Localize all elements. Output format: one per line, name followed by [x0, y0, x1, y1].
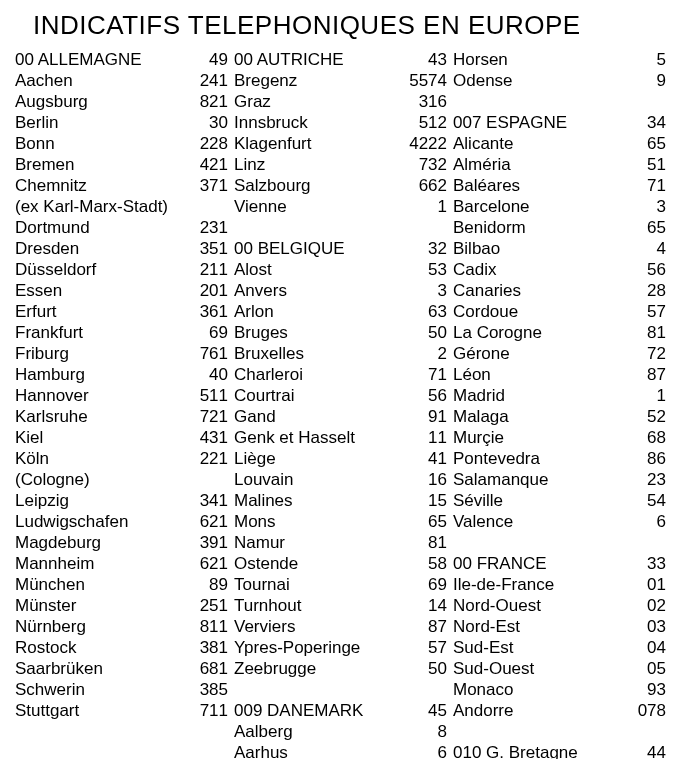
entry-code: 761	[188, 343, 228, 364]
entry-name: Genk et Hasselt	[234, 427, 359, 448]
entry-name: Magdeburg	[15, 532, 105, 553]
entry-code: 821	[188, 91, 228, 112]
entry-code: 81	[407, 532, 447, 553]
entry-code: 732	[407, 154, 447, 175]
entry-code: 4	[626, 238, 666, 259]
entry-row: Friburg761	[15, 343, 228, 364]
entry-row: Vienne1	[234, 196, 447, 217]
entry-name: 010 G. Bretagne	[453, 742, 582, 759]
entry-code: 341	[188, 490, 228, 511]
entry-row: Barcelone3	[453, 196, 666, 217]
entry-code: 33	[626, 553, 666, 574]
entry-code: 621	[188, 553, 228, 574]
entry-code: 69	[407, 574, 447, 595]
entry-row: Mons65	[234, 511, 447, 532]
entry-name: Kiel	[15, 427, 47, 448]
entry-code: 58	[407, 553, 447, 574]
entry-name: Arlon	[234, 301, 278, 322]
entry-name: Rostock	[15, 637, 80, 658]
entry-row: Léon87	[453, 364, 666, 385]
entry-code: 5	[626, 49, 666, 70]
entry-row: Hannover511	[15, 385, 228, 406]
entry-code: 50	[407, 322, 447, 343]
entry-name: 007 ESPAGNE	[453, 112, 571, 133]
entry-name: Malaga	[453, 406, 513, 427]
entry-row: Stuttgart711	[15, 700, 228, 721]
entry-name: Mannheim	[15, 553, 98, 574]
entry-name: Cordoue	[453, 301, 522, 322]
entry-name: 009 DANEMARK	[234, 700, 367, 721]
entry-code: 52	[626, 406, 666, 427]
entry-name: Leipzig	[15, 490, 73, 511]
page-title: INDICATIFS TELEPHONIQUES EN EUROPE	[33, 10, 666, 41]
entry-name: Berlin	[15, 112, 62, 133]
entry-row: 00 FRANCE33	[453, 553, 666, 574]
entry-name: Ile-de-France	[453, 574, 558, 595]
entry-row: Dresden351	[15, 238, 228, 259]
entry-code: 14	[407, 595, 447, 616]
entry-code: 56	[626, 259, 666, 280]
entry-row: Louvain16	[234, 469, 447, 490]
spacer	[234, 679, 447, 700]
entry-code	[188, 196, 228, 217]
entry-name: La Corogne	[453, 322, 546, 343]
entry-row: Nord-Ouest02	[453, 595, 666, 616]
entry-row: München89	[15, 574, 228, 595]
entry-name: Saarbrüken	[15, 658, 107, 679]
entry-code: 71	[407, 364, 447, 385]
entry-row: Essen201	[15, 280, 228, 301]
entry-name: Alost	[234, 259, 276, 280]
entry-code: 87	[407, 616, 447, 637]
entry-row: 00 ALLEMAGNE49	[15, 49, 228, 70]
entry-code: 361	[188, 301, 228, 322]
entry-row: Augsburg821	[15, 91, 228, 112]
entry-row: Chemnitz371	[15, 175, 228, 196]
entry-code: 65	[626, 133, 666, 154]
entry-row: Cordoue57	[453, 301, 666, 322]
entry-row: Alméria51	[453, 154, 666, 175]
entry-name: Stuttgart	[15, 700, 83, 721]
entry-name: Schwerin	[15, 679, 89, 700]
entry-name: Bonn	[15, 133, 59, 154]
entry-name: 00 AUTRICHE	[234, 49, 348, 70]
entry-code: 53	[407, 259, 447, 280]
entry-row: Münster251	[15, 595, 228, 616]
entry-row: Malaga52	[453, 406, 666, 427]
entry-code: 9	[626, 70, 666, 91]
entry-code: 201	[188, 280, 228, 301]
entry-row: Erfurt361	[15, 301, 228, 322]
entry-name: Augsburg	[15, 91, 92, 112]
entry-row: Odense9	[453, 70, 666, 91]
entry-code: 50	[407, 658, 447, 679]
entry-name: Linz	[234, 154, 269, 175]
entry-row: Sud-Est04	[453, 637, 666, 658]
entry-code: 65	[407, 511, 447, 532]
entry-row: Bruxelles2	[234, 343, 447, 364]
entry-row: Frankfurt69	[15, 322, 228, 343]
entry-row: Genk et Hasselt11	[234, 427, 447, 448]
entry-row: Namur81	[234, 532, 447, 553]
entry-code: 72	[626, 343, 666, 364]
entry-code: 03	[626, 616, 666, 637]
entry-row: Ludwigschafen621	[15, 511, 228, 532]
entry-name: Namur	[234, 532, 289, 553]
entry-name: Hamburg	[15, 364, 89, 385]
entry-name: Aarhus	[234, 742, 292, 759]
entry-code: 11	[407, 427, 447, 448]
entry-code: 1	[626, 385, 666, 406]
entry-name: Aachen	[15, 70, 77, 91]
entry-row: Arlon63	[234, 301, 447, 322]
entry-name: Gérone	[453, 343, 514, 364]
entry-name: Aalberg	[234, 721, 297, 742]
entry-name: Monaco	[453, 679, 517, 700]
entry-row: Rostock381	[15, 637, 228, 658]
entry-row: Ypres-Poperinge57	[234, 637, 447, 658]
entry-code: 421	[188, 154, 228, 175]
entry-code: 28	[626, 280, 666, 301]
entry-code: 68	[626, 427, 666, 448]
entry-row: Schwerin385	[15, 679, 228, 700]
entry-code: 251	[188, 595, 228, 616]
entry-name: Vienne	[234, 196, 291, 217]
entry-row: Cadix56	[453, 259, 666, 280]
entry-code: 81	[626, 322, 666, 343]
